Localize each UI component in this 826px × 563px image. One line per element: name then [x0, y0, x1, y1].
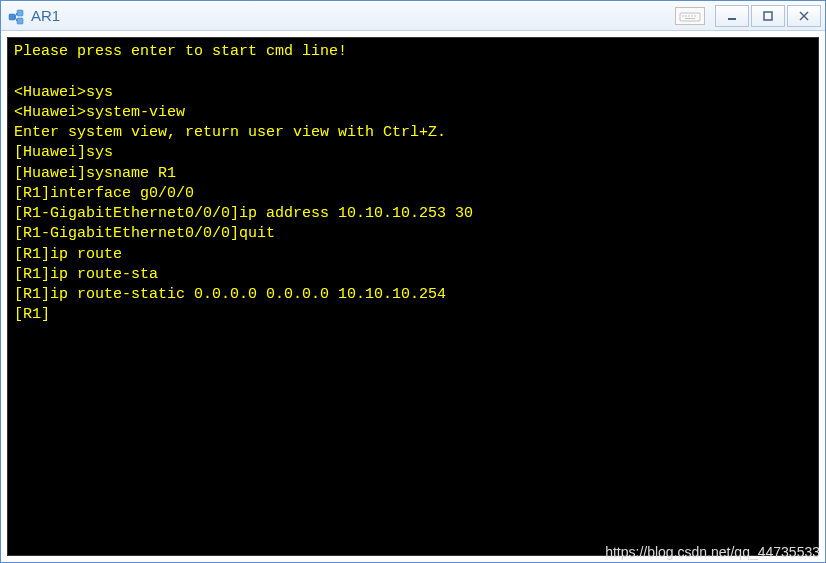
- titlebar[interactable]: AR1: [1, 1, 825, 31]
- window-title: AR1: [31, 7, 675, 24]
- close-button[interactable]: [787, 5, 821, 27]
- terminal-line: <Huawei>system-view: [14, 103, 812, 123]
- window-controls: [713, 5, 821, 27]
- terminal-line: Please press enter to start cmd line!: [14, 42, 812, 62]
- terminal-line: [Huawei]sysname R1: [14, 164, 812, 184]
- svg-line-3: [15, 13, 17, 17]
- terminal-line: [R1]ip route-static 0.0.0.0 0.0.0.0 10.1…: [14, 285, 812, 305]
- svg-rect-2: [17, 18, 23, 24]
- terminal-line: [R1]ip route-sta: [14, 265, 812, 285]
- terminal-line: Enter system view, return user view with…: [14, 123, 812, 143]
- terminal-line: [R1]: [14, 305, 812, 325]
- terminal-line: [R1-GigabitEthernet0/0/0]quit: [14, 224, 812, 244]
- svg-line-4: [15, 17, 17, 21]
- terminal-line: [R1-GigabitEthernet0/0/0]ip address 10.1…: [14, 204, 812, 224]
- terminal-container: Please press enter to start cmd line! <H…: [1, 31, 825, 562]
- terminal-line: <Huawei>sys: [14, 83, 812, 103]
- app-window: AR1 Please press enter t: [0, 0, 826, 563]
- svg-rect-1: [17, 10, 23, 16]
- terminal-line: [14, 62, 812, 82]
- app-icon: [7, 7, 25, 25]
- terminal[interactable]: Please press enter to start cmd line! <H…: [7, 37, 819, 556]
- svg-rect-0: [9, 14, 15, 20]
- keyboard-indicator-icon: [675, 7, 705, 25]
- svg-rect-13: [764, 12, 772, 20]
- minimize-button[interactable]: [715, 5, 749, 27]
- terminal-line: [R1]interface g0/0/0: [14, 184, 812, 204]
- terminal-line: [R1]ip route: [14, 245, 812, 265]
- terminal-line: [Huawei]sys: [14, 143, 812, 163]
- maximize-button[interactable]: [751, 5, 785, 27]
